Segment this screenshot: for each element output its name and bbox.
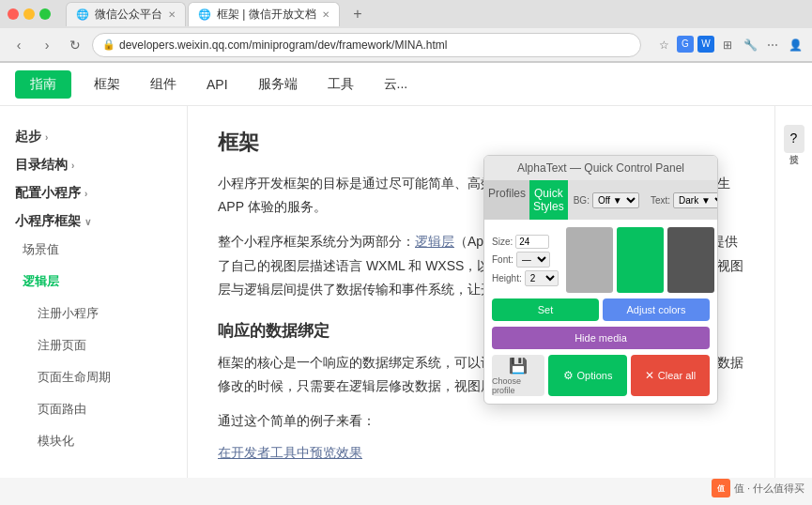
hide-media-button[interactable]: Hide media: [492, 327, 710, 349]
sidebar-label-modular: 模块化: [38, 433, 74, 450]
sidebar-label-mulu: 目录结构: [15, 157, 68, 174]
size-control: Size: Font: — Height: 2: [492, 235, 559, 286]
sidebar-item-framework[interactable]: 小程序框架 ∨: [0, 206, 187, 234]
nav-guide-button[interactable]: 指南: [15, 70, 71, 99]
sidebar-label-qibu: 起步: [15, 129, 41, 145]
style-slot-2[interactable]: [617, 227, 664, 293]
browser-tab-wechat[interactable]: 🌐 微信公众平台 ✕: [66, 2, 186, 26]
browser-titlebar: 🌐 微信公众平台 ✕ 🌐 框架 | 微信开放文档 ✕ +: [0, 0, 812, 28]
maximize-window-button[interactable]: [39, 8, 51, 20]
close-window-button[interactable]: [8, 8, 19, 20]
sidebar-item-scene[interactable]: 场景值: [0, 234, 187, 266]
nav-framework[interactable]: 框架: [79, 63, 135, 106]
text-select[interactable]: Dark ▼: [673, 192, 718, 208]
minimize-window-button[interactable]: [23, 8, 35, 20]
new-tab-button[interactable]: +: [345, 2, 370, 26]
browser-toolbar-icons: ☆ G W ⊞ 🔧 ⋯ 👤: [654, 36, 804, 54]
clear-all-button[interactable]: ✕ Clear all: [631, 355, 710, 396]
tab-close-wechat[interactable]: ✕: [168, 9, 176, 20]
choose-profile-button[interactable]: 💾 Choose profile: [492, 355, 544, 396]
sidebar-item-modular[interactable]: 模块化: [0, 425, 187, 457]
font-select[interactable]: —: [516, 252, 550, 268]
gear-icon: ⚙: [563, 369, 574, 382]
browser-tab-docs[interactable]: 🌐 框架 | 微信开放文档 ✕: [188, 2, 340, 26]
extension-icon-1[interactable]: G: [677, 36, 694, 53]
sidebar-label-lifecycle: 页面生命周期: [38, 369, 111, 386]
main-layout: 起步 › 目录结构 › 配置小程序 › 小程序框架 ∨ 场景值 逻辑层 注册小程…: [0, 106, 812, 478]
bg-select[interactable]: Off ▼: [592, 192, 639, 208]
sidebar-item-register-app[interactable]: 注册小程序: [0, 298, 187, 329]
size-label: Size:: [492, 237, 513, 247]
sidebar-item-routing[interactable]: 页面路由: [0, 393, 187, 425]
tab-close-docs[interactable]: ✕: [322, 9, 329, 20]
extension-icon-3[interactable]: ⊞: [718, 36, 737, 54]
forward-button[interactable]: ›: [36, 34, 58, 56]
extension-icon-5[interactable]: ⋯: [763, 36, 782, 54]
address-bar[interactable]: 🔒 developers.weixin.qq.com/miniprogram/d…: [92, 33, 641, 57]
extension-icon-4[interactable]: 🔧: [741, 36, 759, 54]
nav-api[interactable]: API: [192, 63, 243, 106]
traffic-lights: [8, 8, 51, 20]
highlight-logic: 逻辑层: [415, 234, 454, 249]
set-button[interactable]: Set: [492, 298, 599, 321]
sidebar-arrow-peizhi: ›: [84, 189, 87, 199]
sidebar-label-framework: 小程序框架: [15, 213, 81, 230]
panel-tabs: Profiles Quick Styles BG: Off ▼ Text: Da…: [484, 180, 717, 220]
user-icon[interactable]: 👤: [786, 36, 804, 54]
nav-server[interactable]: 服务端: [243, 63, 313, 106]
browser-chrome: 🌐 微信公众平台 ✕ 🌐 框架 | 微信开放文档 ✕ + ‹ › ↻ 🔒 dev…: [0, 0, 812, 63]
sidebar-item-qibu[interactable]: 起步 ›: [0, 121, 187, 149]
tab-title-docs: 框架 | 微信开放文档: [217, 7, 316, 23]
style-slot-1[interactable]: [566, 227, 613, 293]
options-button[interactable]: ⚙ Options: [548, 355, 627, 396]
browser-addressbar: ‹ › ↻ 🔒 developers.weixin.qq.com/minipro…: [0, 28, 812, 62]
back-button[interactable]: ‹: [8, 34, 30, 56]
sidebar-item-lifecycle[interactable]: 页面生命周期: [0, 361, 187, 393]
nav-cloud[interactable]: 云...: [369, 63, 423, 106]
tab-profiles[interactable]: Profiles: [484, 180, 529, 220]
extension-icon-2[interactable]: W: [697, 36, 714, 53]
sidebar-arrow-framework: ∨: [84, 217, 91, 227]
style-slots: [566, 227, 714, 293]
height-select[interactable]: 2: [525, 270, 559, 286]
sidebar-item-register-page[interactable]: 注册页面: [0, 329, 187, 361]
panel-controls-row: Size: Font: — Height: 2: [492, 227, 710, 293]
tabs-container: 🌐 微信公众平台 ✕ 🌐 框架 | 微信开放文档 ✕ +: [66, 2, 370, 26]
tab-quick-styles[interactable]: Quick Styles: [529, 180, 568, 220]
sidebar-arrow-mulu: ›: [71, 161, 74, 171]
feedback-button[interactable]: ? 反馈: [784, 125, 804, 153]
watermark-logo: 值: [712, 479, 730, 497]
font-label: Font:: [492, 254, 513, 265]
site-navigation: 指南 框架 组件 API 服务端 工具 云...: [0, 63, 812, 106]
panel-buttons-row1: Set Adjust colors: [492, 298, 710, 321]
nav-tools[interactable]: 工具: [313, 63, 369, 106]
adjust-colors-button[interactable]: Adjust colors: [603, 298, 710, 321]
bookmark-icon[interactable]: ☆: [654, 36, 673, 54]
save-icon: 💾: [509, 357, 528, 375]
sidebar-label-register-app: 注册小程序: [38, 305, 99, 322]
question-icon: ?: [790, 130, 798, 145]
tab-title-wechat: 微信公众平台: [95, 7, 162, 23]
x-icon: ✕: [645, 369, 654, 382]
sidebar-label-peizhi: 配置小程序: [15, 185, 81, 202]
sidebar-item-logic[interactable]: 逻辑层: [0, 266, 187, 298]
refresh-button[interactable]: ↻: [64, 34, 86, 56]
nav-components[interactable]: 组件: [135, 63, 192, 106]
size-input[interactable]: [515, 235, 549, 249]
watermark: 值 值 · 什么值得买: [712, 479, 804, 497]
sidebar-arrow-qibu: ›: [45, 132, 48, 143]
right-sidebar: ? 反馈: [774, 106, 812, 478]
tab-icon: 🌐: [76, 8, 89, 21]
height-label: Height:: [492, 273, 522, 283]
preview-link[interactable]: 在开发者工具中预览效果: [218, 445, 362, 460]
style-slot-3[interactable]: [667, 227, 714, 293]
content-para-4: 通过这个简单的例子来看：: [218, 409, 744, 433]
clear-label: Clear all: [658, 370, 696, 381]
profile-label: Choose profile: [492, 376, 544, 395]
sidebar-label-routing: 页面路由: [38, 401, 86, 418]
panel-body: Size: Font: — Height: 2: [484, 220, 717, 404]
text-label: Text:: [651, 195, 670, 206]
url-text: developers.weixin.qq.com/miniprogram/dev…: [119, 38, 447, 52]
sidebar-item-peizhi[interactable]: 配置小程序 ›: [0, 177, 187, 206]
sidebar-item-mulu[interactable]: 目录结构 ›: [0, 149, 187, 177]
